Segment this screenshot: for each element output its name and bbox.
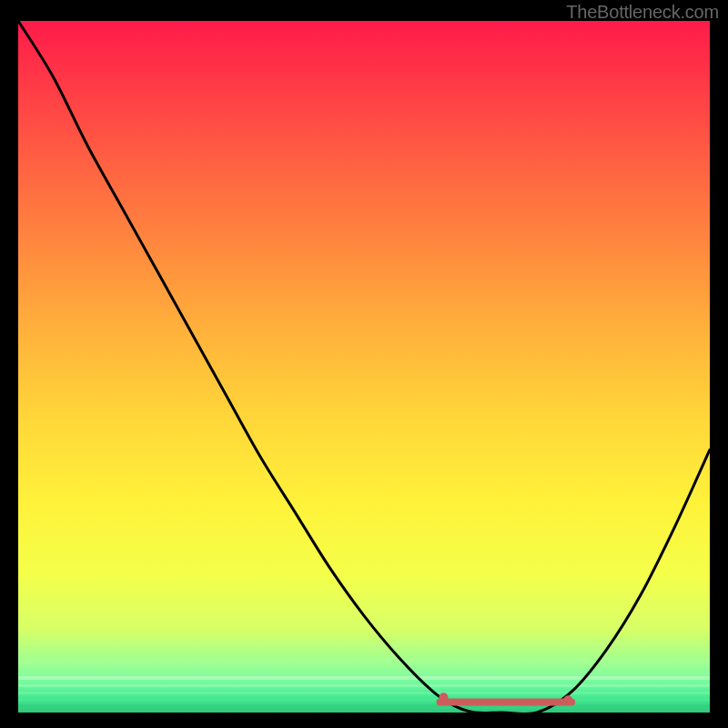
curve-layer (18, 21, 710, 713)
chart-container: TheBottleneck.com (0, 0, 728, 728)
highlight-dot (563, 695, 572, 704)
plot-area (18, 21, 710, 713)
highlight-dot (439, 693, 448, 702)
attribution-text: TheBottleneck.com (566, 2, 719, 23)
bottleneck-curve (18, 21, 710, 713)
